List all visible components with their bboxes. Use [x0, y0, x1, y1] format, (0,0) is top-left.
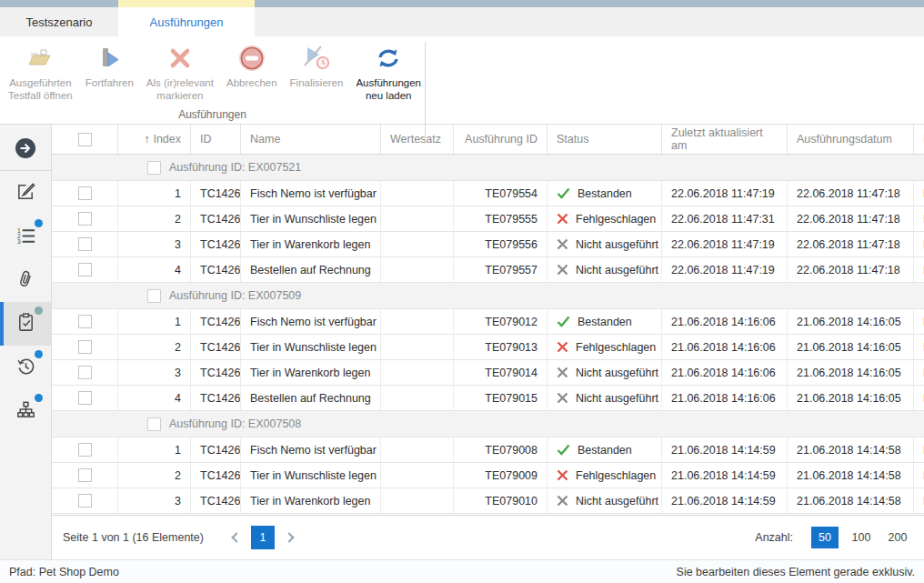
row-checkbox[interactable] [78, 237, 92, 251]
tab-ausfuehrungen[interactable]: Ausführungen [118, 7, 255, 36]
row-select-cell [52, 386, 118, 410]
row-checkbox[interactable] [78, 494, 92, 508]
next-page-button[interactable] [279, 526, 299, 549]
history-icon [15, 356, 36, 380]
row-select-cell [52, 360, 118, 385]
executions-clipboard-icon [15, 312, 36, 337]
execution-date-cell: 21.06.2018 14:14:58 [788, 488, 914, 513]
execution-id-cell: TE079555 [454, 206, 547, 231]
table-row[interactable]: 3TC142665Tier in Warenkorb legenTE079014… [52, 360, 924, 386]
sidebar-item-history[interactable] [0, 346, 51, 389]
column-header-status[interactable]: Status [547, 125, 662, 154]
cancel-button[interactable]: Abbrechen [220, 42, 284, 89]
row-checkbox[interactable] [78, 212, 92, 226]
sidebar-item-go-forward[interactable] [0, 130, 51, 170]
page-size-option[interactable]: 200 [884, 527, 911, 548]
column-header-wertesatz[interactable]: Wertesatz [381, 125, 454, 154]
table-row[interactable]: 1TC142663Fisch Nemo ist verfügbarTE07955… [52, 181, 924, 206]
column-header-execution-date[interactable]: Ausführungsdatum [788, 125, 914, 154]
status-cell: Bestanden [547, 181, 662, 206]
sidebar-item-steps-list[interactable]: 1 2 3 [0, 215, 51, 258]
previous-page-button[interactable] [226, 526, 246, 549]
index-cell: 2 [118, 463, 191, 488]
column-header-info[interactable]: In [914, 125, 924, 154]
row-checkbox[interactable] [78, 468, 92, 482]
table-row[interactable]: 3TC142665Tier in Warenkorb legenTE079010… [52, 488, 924, 514]
status-label: Nicht ausgeführt [576, 264, 658, 276]
select-all-checkbox[interactable] [78, 133, 92, 146]
mark-irrelevant-button[interactable]: Als (ir)relevant markieren [140, 42, 220, 102]
table-row[interactable]: 4TC142659Bestellen auf RechnungTE079557N… [52, 257, 924, 283]
reload-executions-button[interactable]: Ausführungen neu laden [349, 42, 427, 102]
status-label: Fehlgeschlagen [576, 341, 656, 354]
row-checkbox[interactable] [78, 315, 92, 328]
finalize-button[interactable]: Finalisieren [284, 42, 350, 89]
open-executed-testcase-button[interactable]: Ausgeführten Testfall öffnen [2, 42, 79, 102]
reload-executions-icon [374, 42, 403, 75]
testcase-id-cell: TC142663 [191, 309, 241, 334]
table-row[interactable]: 2TC142666Tier in Wunschliste legenTE0790… [52, 335, 924, 360]
info-cell: R [914, 257, 924, 282]
info-cell: R [914, 181, 924, 206]
table-row[interactable]: 2TC142666Tier in Wunschliste legenTE0790… [52, 463, 924, 488]
wertesatz-cell [381, 335, 454, 359]
sidebar-item-attachments[interactable] [0, 258, 51, 302]
finalize-label: Finalisieren [290, 76, 344, 89]
tab-accent-strip [0, 0, 924, 7]
execution-group-row[interactable]: Ausführung ID: EX007521 [52, 155, 924, 181]
status-not-executed-icon [557, 367, 568, 378]
status-not-executed-icon [557, 392, 568, 404]
row-checkbox[interactable] [78, 366, 92, 379]
wertesatz-cell [381, 206, 454, 231]
page-summary: Seite 1 von 1 (16 Elemente) [63, 531, 204, 544]
execution-group-row[interactable]: Ausführung ID: EX007508 [52, 411, 924, 437]
status-cell: Nicht ausgeführt [547, 488, 662, 513]
page-size-option[interactable]: 50 [811, 527, 839, 548]
table-row[interactable]: 4TC142659Bestellen auf RechnungTE079015N… [52, 386, 924, 411]
execution-id-cell: TE079015 [454, 386, 547, 410]
ribbon-divider [425, 42, 426, 144]
row-checkbox[interactable] [78, 340, 92, 354]
sidebar-item-hierarchy[interactable] [0, 389, 51, 433]
row-checkbox[interactable] [78, 391, 92, 405]
table-row[interactable]: 1TC142663Fisch Nemo ist verfügbarTE07900… [52, 437, 924, 463]
sidebar-item-edit[interactable] [0, 171, 51, 215]
table-row[interactable]: 2TC142666Tier in Wunschliste legenTE0795… [52, 206, 924, 232]
testcase-id-cell: TC142666 [191, 335, 241, 359]
tab-testszenario[interactable]: Testszenario [0, 7, 118, 36]
testcase-id-cell: TC142659 [191, 386, 241, 410]
updated-at-cell: 21.06.2018 14:16:06 [662, 309, 788, 334]
status-cell: Nicht ausgeführt [547, 257, 662, 282]
resume-button[interactable]: Fortfahren [79, 42, 140, 89]
row-checkbox[interactable] [78, 443, 92, 457]
group-checkbox[interactable] [147, 289, 161, 303]
group-checkbox[interactable] [147, 417, 161, 431]
sidebar-item-executions[interactable] [0, 302, 51, 346]
info-cell: R [914, 206, 924, 231]
testcase-name-cell: Tier in Warenkorb legen [241, 232, 381, 256]
row-checkbox[interactable] [78, 263, 92, 276]
group-checkbox[interactable] [147, 161, 161, 175]
column-header-id[interactable]: ID [191, 125, 241, 154]
notification-dot [35, 394, 43, 402]
wertesatz-cell [381, 181, 454, 206]
column-header-name[interactable]: Name [241, 125, 381, 154]
open-executed-testcase-label: Ausgeführten Testfall öffnen [8, 76, 73, 102]
table-row[interactable]: 1TC142663Fisch Nemo ist verfügbarTE07901… [52, 309, 924, 335]
column-header-execution-id[interactable]: Ausführung ID [454, 125, 547, 154]
column-header-updated[interactable]: Zuletzt aktualisiert am [662, 125, 788, 154]
row-select-cell [52, 206, 118, 231]
execution-group-row[interactable]: Ausführung ID: EX007509 [52, 283, 924, 309]
cancel-label: Abbrechen [226, 76, 277, 89]
testcase-id-cell: TC142665 [191, 232, 241, 256]
row-checkbox[interactable] [78, 186, 92, 200]
column-header-index[interactable]: ↑ Index [118, 125, 191, 154]
page-size-option[interactable]: 100 [848, 527, 875, 548]
status-cell: Fehlgeschlagen [547, 335, 662, 359]
page-button[interactable]: 1 [251, 526, 275, 549]
reload-executions-label: Ausführungen neu laden [356, 76, 421, 102]
sort-ascending-icon: ↑ [144, 133, 149, 146]
index-cell: 1 [118, 437, 191, 462]
info-cell: R [914, 232, 924, 256]
table-row[interactable]: 3TC142665Tier in Warenkorb legenTE079556… [52, 232, 924, 257]
